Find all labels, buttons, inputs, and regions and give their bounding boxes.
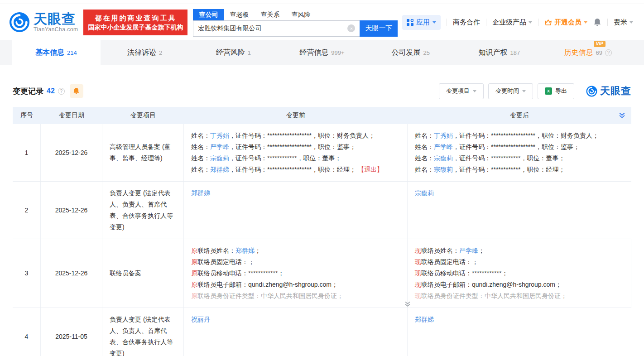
tab-item[interactable]: 经营风险1	[189, 40, 278, 65]
tab-label: 基本信息	[35, 48, 64, 58]
tab-item[interactable]: 法律诉讼2	[101, 40, 189, 65]
search-button[interactable]: 天眼一下	[360, 20, 398, 37]
help-icon[interactable]: ?	[58, 88, 65, 95]
item-cell: 负责人变更 (法定代表人、负责人、首席代表、合伙事务执行人等变更)	[102, 308, 184, 356]
item-cell: 负责人变更 (法定代表人、负责人、首席代表、合伙事务执行人等变更)	[102, 182, 184, 239]
after-cell: 现联络员姓名：严学峰；现联络员固定电话：；现联络员移动电话：**********…	[408, 239, 631, 308]
item-text: 负责人变更 (法定代表人、负责人、首席代表、合伙事务执行人等变更)	[110, 188, 176, 233]
tab-item[interactable]: 经营信息999+	[278, 40, 366, 65]
seq-cell: 3	[13, 239, 41, 308]
person-link[interactable]: 郑群娣	[210, 166, 229, 173]
table-row: 22025-12-26负责人变更 (法定代表人、负责人、首席代表、合伙事务执行人…	[13, 182, 631, 239]
before-cell: 祝丽丹	[184, 308, 408, 356]
change-line: 原联络员身份证件类型：中华人民共和国居民身份证；	[191, 290, 400, 302]
before-cell: 郑群娣	[184, 182, 408, 239]
change-line: 郑群娣	[191, 188, 400, 199]
search-tab[interactable]: 查关系	[255, 9, 285, 20]
tab-item[interactable]: 知识产权187	[455, 40, 544, 65]
tab-count: 25	[423, 49, 430, 56]
chevron-down-icon	[584, 21, 587, 24]
person-link[interactable]: 丁秀娟	[210, 132, 229, 139]
expand-icon[interactable]	[404, 301, 411, 307]
nav-open-vip-label: 开通会员	[554, 18, 582, 27]
nav-biz-coop-label: 商务合作	[453, 18, 480, 27]
person-link[interactable]: 宗馥莉	[210, 154, 229, 162]
site-logo[interactable]: 天眼查 TianYanCha.com	[9, 12, 78, 33]
change-line: 原联络员固定电话：；	[191, 256, 400, 268]
chevron-down-icon	[473, 90, 476, 92]
monitor-bell-button[interactable]	[70, 84, 83, 98]
vip-badge: VIP	[594, 41, 606, 47]
person-link[interactable]: 宗馥莉	[434, 154, 453, 162]
red-mark: 原	[191, 292, 197, 299]
table-body: 12025-12-26高级管理人员备案 (董事、监事、经理等)姓名：丁秀娟，证件…	[13, 124, 631, 356]
before-cell: 原联络员姓名：郑群娣；原联络员固定电话：；原联络员移动电话：**********…	[184, 239, 408, 308]
red-mark: 原	[191, 269, 197, 277]
nav-enterprise[interactable]: 企业级产品	[492, 18, 532, 27]
change-line: 姓名：严学峰，证件号码：******************，职位：监事；	[191, 141, 400, 153]
nav-divider	[486, 19, 486, 26]
site-header: 天眼查 TianYanCha.com 都在用的商业查询工具 国家中小企业发展子基…	[0, 0, 644, 40]
section-count: 42	[47, 87, 55, 95]
person-link[interactable]: 郑群娣	[191, 189, 210, 197]
nav-divider	[538, 19, 538, 26]
apps-menu[interactable]: 应用	[402, 15, 441, 30]
table-row: 12025-12-26高级管理人员备案 (董事、监事、经理等)姓名：丁秀娟，证件…	[13, 124, 631, 182]
person-link[interactable]: 丁秀娟	[434, 132, 453, 139]
seq-cell: 2	[13, 182, 41, 239]
filter-button[interactable]: 变更时间	[488, 83, 533, 99]
change-line: 现联络员移动电话：************；	[415, 268, 624, 279]
nav-open-vip[interactable]: 开通会员	[544, 18, 587, 27]
search-tab[interactable]: 查风险	[285, 9, 316, 20]
export-button[interactable]: X 导出	[538, 83, 574, 99]
search-tab[interactable]: 查公司	[193, 9, 224, 20]
tab-item[interactable]: 历史信息69VIP?	[543, 40, 632, 65]
search-tab[interactable]: 查老板	[224, 9, 255, 20]
person-link[interactable]: 宗馥莉	[434, 166, 453, 173]
apps-label: 应用	[416, 18, 430, 27]
search-input[interactable]	[198, 25, 347, 32]
tab-label: 经营风险	[216, 48, 245, 58]
watermark-brand-text: 天眼查	[600, 84, 631, 98]
person-link[interactable]: 严学峰	[459, 247, 478, 254]
nav-biz-coop[interactable]: 商务合作	[453, 18, 480, 27]
help-icon: ?	[605, 49, 612, 56]
search-box: 查公司查老板查关系查风险 × 天眼一下	[193, 8, 398, 37]
person-link[interactable]: 严学峰	[210, 143, 229, 150]
red-mark: 现	[415, 292, 421, 299]
item-text: 高级管理人员备案 (董事、监事、经理等)	[110, 141, 176, 164]
nav-enterprise-label: 企业级产品	[492, 18, 526, 27]
date-cell: 2025-12-26	[41, 239, 102, 308]
column-header: 序号	[13, 111, 41, 120]
chevron-down-icon	[630, 21, 633, 24]
red-mark: 现	[415, 247, 421, 254]
collapse-all-icon[interactable]	[619, 112, 625, 120]
section-title: 变更记录	[13, 86, 43, 96]
date-cell: 2025-12-26	[41, 124, 102, 181]
seq-cell: 1	[13, 124, 41, 181]
tab-count: 2	[159, 49, 162, 56]
change-line: 祝丽丹	[191, 314, 400, 325]
after-cell: 姓名：丁秀娟，证件号码：******************，职位：财务负责人；…	[408, 124, 631, 181]
person-link[interactable]: 郑群娣	[415, 316, 434, 323]
apps-grid-icon	[407, 19, 413, 26]
person-link[interactable]: 祝丽丹	[191, 316, 210, 323]
filter-button[interactable]: 变更项目	[439, 83, 484, 99]
person-link[interactable]: 郑群娣	[235, 247, 255, 254]
tab-inner: 知识产权187	[479, 48, 520, 58]
search-tabs: 查公司查老板查关系查风险	[193, 8, 398, 20]
item-text: 联络员备案	[110, 268, 141, 279]
tab-inner: 经营信息999+	[299, 48, 344, 58]
tab-inner: 法律诉讼2	[127, 48, 162, 58]
user-menu[interactable]: 费米	[614, 18, 633, 27]
after-cell: 郑群娣	[408, 308, 631, 356]
tab-item[interactable]: 基本信息214	[12, 40, 101, 65]
tab-item[interactable]: 公司发展25	[366, 40, 455, 65]
column-header: 变更前	[184, 111, 408, 120]
person-link[interactable]: 严学峰	[434, 143, 453, 150]
person-link[interactable]: 宗馥莉	[415, 189, 434, 197]
tab-inner: 公司发展25	[392, 48, 430, 58]
notification-bell-icon[interactable]	[593, 18, 601, 27]
clear-icon[interactable]: ×	[347, 24, 355, 32]
slogan-line2: 国家中小企业发展子基金旗下机构	[88, 23, 183, 32]
